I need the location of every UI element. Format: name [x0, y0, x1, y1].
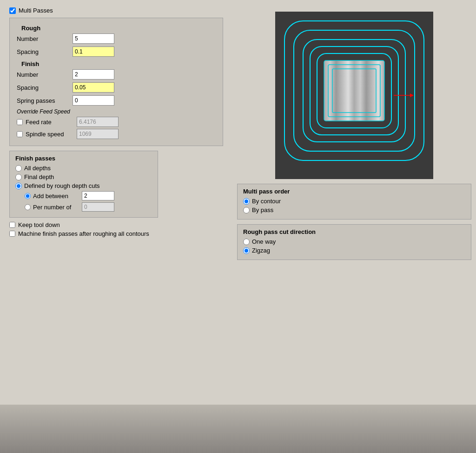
rough-pass-cut-direction-box: Rough pass cut direction One way Zigzag — [237, 224, 471, 260]
finish-spacing-label: Spacing — [17, 84, 73, 91]
feed-rate-input[interactable] — [77, 117, 119, 127]
spring-passes-input[interactable] — [73, 95, 114, 106]
keep-tool-checkbox[interactable] — [9, 222, 15, 228]
rough-spacing-row: Spacing — [17, 47, 216, 57]
svg-rect-6 — [324, 60, 384, 121]
rough-spacing-label: Spacing — [17, 48, 73, 55]
machine-finish-row: Machine finish passes after roughing all… — [9, 230, 223, 237]
machine-finish-label: Machine finish passes after roughing all… — [18, 230, 149, 237]
one-way-label: One way — [252, 238, 276, 245]
all-depths-label: All depths — [24, 165, 51, 172]
all-depths-radio[interactable] — [15, 165, 22, 172]
add-between-radio[interactable] — [25, 193, 31, 199]
final-depth-radio[interactable] — [15, 174, 22, 180]
reflection-area: Keep tool down Machine finish passes aft… — [0, 405, 476, 453]
rough-number-input[interactable] — [73, 33, 114, 44]
final-depth-label: Final depth — [24, 173, 54, 180]
finish-section-label: Finish — [21, 60, 216, 67]
feed-rate-checkbox[interactable] — [17, 119, 23, 125]
finish-number-input[interactable] — [73, 69, 114, 80]
multi-pass-order-box: Multi pass order By contour By pass — [237, 184, 471, 220]
one-way-row: One way — [243, 238, 465, 245]
finish-spacing-row: Spacing — [17, 82, 216, 93]
multi-passes-row: Multi Passes — [9, 7, 223, 14]
spindle-speed-row: Spindle speed — [17, 129, 216, 139]
spindle-speed-input[interactable] — [77, 129, 119, 139]
by-contour-radio[interactable] — [243, 198, 250, 205]
multi-pass-order-title: Multi pass order — [243, 188, 465, 195]
feed-rate-row: Feed rate — [17, 117, 216, 127]
add-between-input[interactable] — [82, 191, 114, 200]
rough-number-label: Number — [17, 35, 73, 42]
one-way-radio[interactable] — [243, 239, 250, 245]
rough-group: Rough Number Spacing Finish Number Spaci… — [9, 18, 223, 146]
sub-radio-group: Add between Per number of — [25, 191, 152, 212]
by-pass-label: By pass — [252, 207, 273, 213]
by-contour-label: By contour — [252, 198, 281, 205]
rough-number-row: Number — [17, 33, 216, 44]
override-feed-speed-label: Override Feed Speed — [17, 108, 216, 115]
feed-rate-label: Feed rate — [26, 119, 77, 126]
zigzag-label: Zigzag — [252, 247, 270, 254]
multi-passes-checkbox[interactable] — [9, 7, 16, 14]
multi-passes-label: Multi Passes — [19, 7, 53, 14]
add-between-row: Add between — [25, 191, 152, 200]
keep-tool-row: Keep tool down — [9, 221, 223, 228]
per-number-row: Per number of — [25, 202, 152, 212]
by-pass-row: By pass — [243, 207, 465, 213]
rough-spacing-input[interactable] — [73, 47, 114, 57]
spring-passes-label: Spring passes — [17, 97, 73, 104]
finish-number-label: Number — [17, 71, 73, 78]
defined-by-rough-row: Defined by rough depth cuts — [15, 182, 152, 189]
defined-by-rough-radio[interactable] — [15, 183, 22, 189]
spindle-speed-checkbox[interactable] — [17, 131, 23, 137]
per-number-input[interactable] — [82, 202, 114, 212]
rough-section-label: Rough — [21, 25, 216, 32]
finish-passes-box: Finish passes All depths Final depth Def… — [9, 151, 158, 218]
per-number-radio[interactable] — [25, 204, 31, 210]
spindle-speed-label: Spindle speed — [26, 131, 77, 138]
rough-pass-cut-direction-title: Rough pass cut direction — [243, 228, 465, 235]
finish-spacing-input[interactable] — [73, 82, 114, 93]
per-number-label: Per number of — [33, 204, 79, 211]
cad-preview — [275, 12, 433, 179]
machine-finish-checkbox[interactable] — [9, 231, 15, 237]
by-pass-radio[interactable] — [243, 207, 250, 213]
final-depth-row: Final depth — [15, 173, 152, 180]
spring-passes-row: Spring passes — [17, 95, 216, 106]
by-contour-row: By contour — [243, 198, 465, 205]
zigzag-radio[interactable] — [243, 247, 250, 254]
defined-by-rough-label: Defined by rough depth cuts — [24, 182, 100, 189]
keep-tool-label: Keep tool down — [18, 221, 60, 228]
finish-passes-title: Finish passes — [15, 155, 152, 162]
zigzag-row: Zigzag — [243, 247, 465, 254]
all-depths-row: All depths — [15, 165, 152, 172]
add-between-label: Add between — [33, 193, 79, 200]
finish-number-row: Number — [17, 69, 216, 80]
